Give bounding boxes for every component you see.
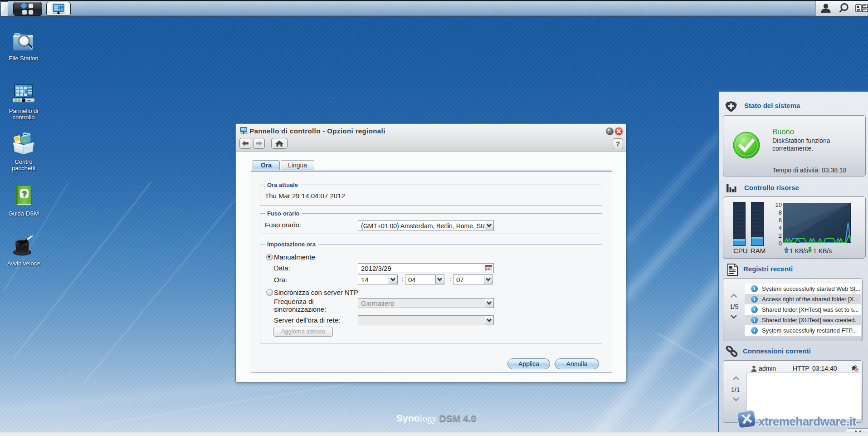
svg-text:?: ?: [22, 190, 26, 198]
